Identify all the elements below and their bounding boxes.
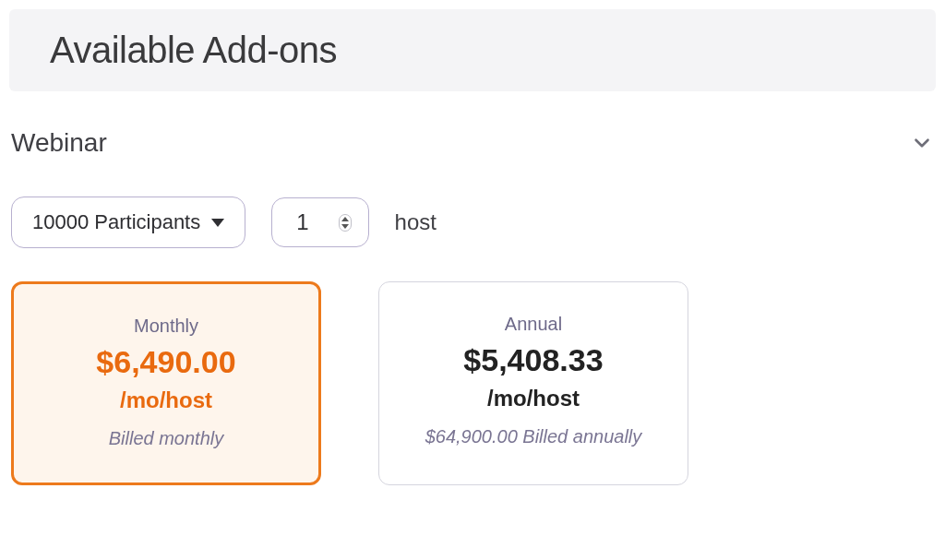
webinar-section-header[interactable]: Webinar bbox=[9, 128, 936, 197]
plan-card-annual[interactable]: Annual $5,408.33 /mo/host $64,900.00 Bil… bbox=[378, 281, 688, 485]
plan-price: $6,490.00 bbox=[32, 344, 300, 380]
plan-card-monthly[interactable]: Monthly $6,490.00 /mo/host Billed monthl… bbox=[11, 281, 321, 485]
host-count-value: 1 bbox=[296, 209, 308, 235]
caret-down-icon bbox=[211, 219, 224, 227]
plan-unit: /mo/host bbox=[398, 386, 669, 411]
plan-price: $5,408.33 bbox=[398, 342, 669, 378]
participants-label: 10000 Participants bbox=[32, 210, 200, 234]
plan-period-label: Monthly bbox=[32, 316, 300, 337]
section-title: Webinar bbox=[11, 128, 107, 158]
stepper-arrows[interactable] bbox=[339, 214, 352, 232]
plan-billing-note: Billed monthly bbox=[32, 428, 300, 449]
chevron-up-icon[interactable] bbox=[341, 217, 349, 221]
pricing-plans: Monthly $6,490.00 /mo/host Billed monthl… bbox=[9, 281, 936, 485]
plan-unit: /mo/host bbox=[32, 387, 300, 413]
participants-dropdown[interactable]: 10000 Participants bbox=[11, 197, 245, 248]
addon-controls: 10000 Participants 1 host bbox=[9, 197, 936, 248]
plan-billing-note: $64,900.00 Billed annually bbox=[398, 426, 669, 447]
chevron-down-icon[interactable] bbox=[910, 131, 934, 155]
host-count-stepper[interactable]: 1 bbox=[271, 197, 368, 247]
chevron-down-icon[interactable] bbox=[341, 224, 349, 229]
plan-period-label: Annual bbox=[398, 314, 669, 335]
addons-header: Available Add-ons bbox=[9, 9, 936, 91]
host-unit-label: host bbox=[395, 209, 437, 235]
page-title: Available Add-ons bbox=[50, 30, 895, 71]
